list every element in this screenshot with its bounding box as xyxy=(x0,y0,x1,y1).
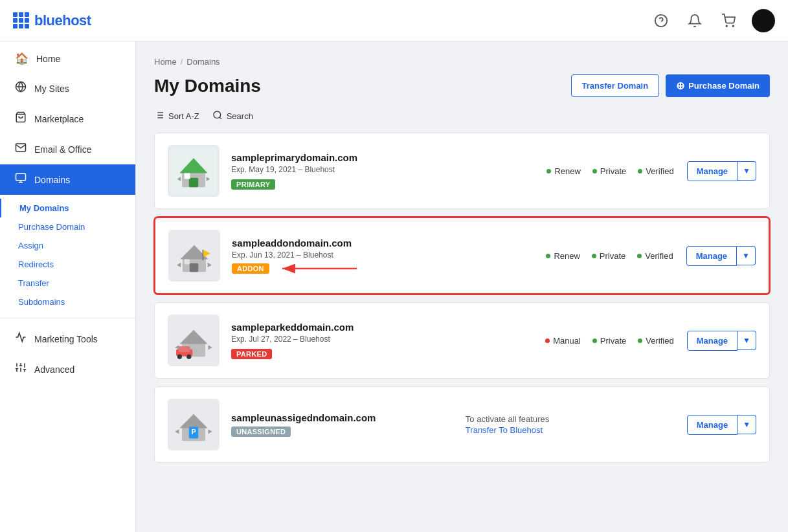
domains-sub-nav: My Domains Purchase Domain Assign Redire… xyxy=(0,195,135,315)
to-activate-text: To activate all features xyxy=(466,414,687,424)
domain-exp-parked: Exp. Jul 27, 2022 – Bluehost xyxy=(231,335,545,344)
domain-card-addon: sampleaddondomain.com Exp. Jun 13, 2021 … xyxy=(154,217,770,294)
purchase-domain-button[interactable]: ⊕ Purchase Domain xyxy=(666,74,770,97)
search-button[interactable]: Search xyxy=(212,110,253,122)
transfer-to-bluehost-link[interactable]: Transfer To Bluehost xyxy=(466,425,543,435)
sort-button[interactable]: Sort A-Z xyxy=(154,110,199,122)
main-content: Home / Domains My Domains Transfer Domai… xyxy=(136,41,788,532)
svg-point-25 xyxy=(214,111,221,118)
domain-badge-unassigned: Unassigned xyxy=(231,427,291,437)
domain-badge-parked: Parked xyxy=(231,349,272,359)
svg-rect-39 xyxy=(203,250,204,260)
status-renew-primary: Renew xyxy=(546,166,580,176)
domain-name-addon: sampleaddondomain.com xyxy=(232,238,546,249)
domain-name-parked: sampleparkeddomain.com xyxy=(231,322,545,333)
svg-point-3 xyxy=(732,25,734,27)
breadcrumb-separator: / xyxy=(181,57,183,67)
svg-point-50 xyxy=(177,355,182,359)
svg-rect-31 xyxy=(185,173,190,179)
breadcrumb-home[interactable]: Home xyxy=(154,57,177,67)
status-private-addon: Private xyxy=(592,251,625,261)
domain-badge-primary: Primary xyxy=(231,179,275,190)
transfer-domain-button[interactable]: Transfer Domain xyxy=(571,74,660,97)
domain-exp-addon: Exp. Jun 13, 2021 – Bluehost xyxy=(232,250,546,260)
svg-point-2 xyxy=(726,25,727,27)
top-navigation: bluehost xyxy=(0,0,788,41)
sidebar-marketing-label: Marketing Tools xyxy=(34,334,98,344)
dot-verified-parked xyxy=(638,338,642,343)
search-icon xyxy=(212,110,223,122)
page-title: My Domains xyxy=(154,76,261,96)
plus-icon: ⊕ xyxy=(676,80,684,92)
domain-card-primary: sampleprimarydomain.com Exp. May 19, 202… xyxy=(154,133,770,209)
sidebar-home-label: Home xyxy=(36,54,60,64)
svg-point-51 xyxy=(186,355,191,359)
svg-rect-37 xyxy=(190,263,199,272)
domain-status-parked: Manual Private Verified xyxy=(545,336,673,346)
domain-status-addon: Renew Private Verified xyxy=(546,251,673,261)
header-actions: Transfer Domain ⊕ Purchase Domain xyxy=(571,74,770,97)
domains-icon xyxy=(15,172,27,187)
manage-button-unassigned[interactable]: Manage xyxy=(687,415,737,435)
domain-info-addon: sampleaddondomain.com Exp. Jun 13, 2021 … xyxy=(232,238,546,274)
manage-dropdown-unassigned[interactable]: ▼ xyxy=(737,415,756,434)
domain-card-unassigned: P sampleunassigedndomain.com Unassigned … xyxy=(154,386,770,463)
dot-private xyxy=(592,169,597,173)
sidebar-item-advanced[interactable]: Advanced xyxy=(0,354,135,384)
advanced-icon xyxy=(15,362,27,377)
avatar[interactable] xyxy=(752,9,775,32)
manage-dropdown-addon[interactable]: ▼ xyxy=(737,246,756,265)
domain-info-primary: sampleprimarydomain.com Exp. May 19, 202… xyxy=(231,152,546,190)
sidebar-item-email-office[interactable]: Email & Office xyxy=(0,134,135,164)
manage-dropdown-primary[interactable]: ▼ xyxy=(737,161,756,181)
search-label: Search xyxy=(227,111,253,121)
sidebar-marketplace-label: Marketplace xyxy=(34,114,84,124)
domain-list: sampleprimarydomain.com Exp. May 19, 202… xyxy=(154,133,770,471)
sidebar-item-home[interactable]: 🏠 Home xyxy=(0,44,135,73)
domain-exp-primary: Exp. May 19, 2021 – Bluehost xyxy=(231,165,546,174)
sort-label: Sort A-Z xyxy=(168,111,199,121)
logo-area: bluehost xyxy=(13,12,91,29)
dot-private-addon xyxy=(592,254,596,258)
sidebar-item-marketing-tools[interactable]: Marketing Tools xyxy=(0,324,135,354)
domain-thumb-addon xyxy=(168,230,220,282)
manage-button-primary[interactable]: Manage xyxy=(687,161,737,181)
email-icon xyxy=(15,142,27,157)
dot-renew-addon xyxy=(546,254,550,258)
page-header: My Domains Transfer Domain ⊕ Purchase Do… xyxy=(154,74,770,97)
domain-thumb-unassigned: P xyxy=(168,399,220,450)
domain-thumb-parked xyxy=(168,315,220,366)
manage-button-parked[interactable]: Manage xyxy=(687,331,737,351)
home-icon: 🏠 xyxy=(15,52,28,65)
sidebar-item-domains[interactable]: Domains xyxy=(0,164,135,195)
purchase-domain-label: Purchase Domain xyxy=(688,81,760,91)
sidebar-item-my-sites[interactable]: My Sites xyxy=(0,73,135,104)
domain-actions-primary: Manage ▼ xyxy=(687,161,756,181)
manage-button-addon[interactable]: Manage xyxy=(686,246,737,266)
logo-text: bluehost xyxy=(34,12,91,29)
sidebar-email-label: Email & Office xyxy=(34,144,91,155)
dot-verified xyxy=(638,169,642,173)
sidebar-sub-purchase-domain[interactable]: Purchase Domain xyxy=(0,217,135,236)
sidebar-sub-redirects[interactable]: Redirects xyxy=(0,255,135,274)
sidebar-item-marketplace[interactable]: Marketplace xyxy=(0,104,135,134)
my-sites-icon xyxy=(15,81,27,96)
cart-icon[interactable] xyxy=(718,10,739,31)
sidebar-sub-subdomains[interactable]: Subdomains xyxy=(0,293,135,311)
dot-private-parked xyxy=(592,338,597,343)
status-manual-parked: Manual xyxy=(545,336,581,346)
status-verified-primary: Verified xyxy=(638,166,673,176)
domain-status-primary: Renew Private Verified xyxy=(546,166,673,176)
dot-renew xyxy=(546,169,551,173)
domain-actions-unassigned: Manage ▼ xyxy=(687,415,756,435)
domain-actions-addon: Manage ▼ xyxy=(686,246,756,266)
sidebar-sub-transfer[interactable]: Transfer xyxy=(0,274,135,293)
status-renew-addon: Renew xyxy=(546,251,580,261)
help-icon[interactable] xyxy=(651,10,671,31)
bell-icon[interactable] xyxy=(684,10,705,31)
manage-dropdown-parked[interactable]: ▼ xyxy=(737,331,756,350)
sidebar-sub-my-domains[interactable]: My Domains xyxy=(0,199,135,217)
domain-info-parked: sampleparkeddomain.com Exp. Jul 27, 2022… xyxy=(231,322,545,359)
domain-card-parked: sampleparkeddomain.com Exp. Jul 27, 2022… xyxy=(154,302,770,379)
sidebar-sub-assign[interactable]: Assign xyxy=(0,236,135,255)
